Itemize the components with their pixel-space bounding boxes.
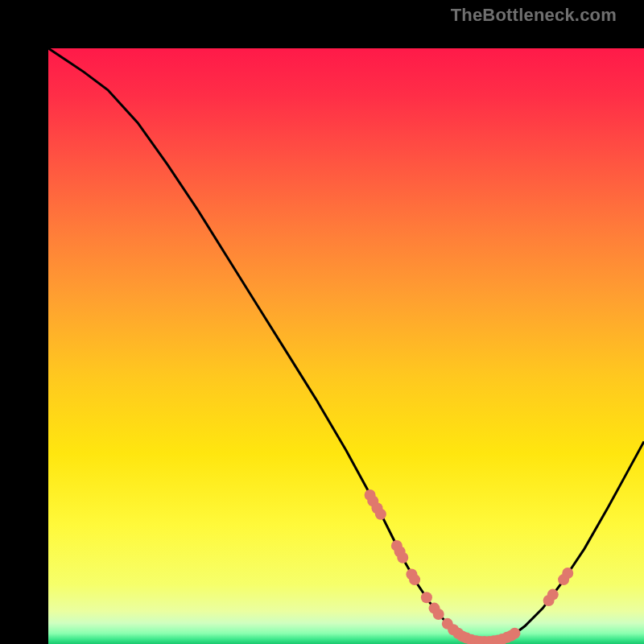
chart-background	[48, 48, 644, 644]
watermark-text: TheBottleneck.com	[451, 5, 617, 26]
chart-marker	[433, 609, 444, 620]
chart-marker	[375, 509, 386, 520]
chart-svg	[48, 48, 644, 644]
chart-frame	[24, 24, 620, 620]
chart-marker	[421, 592, 432, 603]
chart-marker	[397, 552, 408, 564]
chart-marker	[509, 628, 520, 639]
chart-marker	[562, 568, 573, 579]
chart-marker	[409, 574, 420, 585]
chart-marker	[547, 589, 559, 601]
